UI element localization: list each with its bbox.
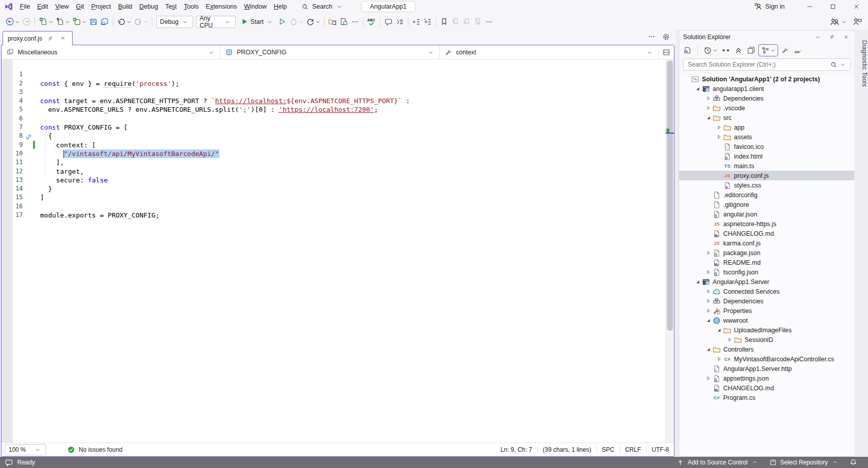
tree-item-main-ts[interactable]: TS main.ts — [679, 161, 855, 171]
expander-open[interactable] — [704, 115, 712, 120]
menu-debug[interactable]: Debug — [136, 2, 162, 12]
tree-item-tsconfig-json[interactable]: {} tsconfig.json — [679, 267, 855, 277]
window-close-button[interactable] — [845, 0, 868, 13]
tree-item-styles-css[interactable]: A styles.css — [679, 180, 855, 190]
caret-position[interactable]: Ln: 9, Ch: 7 — [496, 446, 537, 454]
split-editor-button[interactable] — [659, 45, 674, 59]
expander-open[interactable] — [694, 279, 701, 285]
expander-closed[interactable] — [715, 124, 723, 130]
collapse-all-button[interactable] — [733, 45, 744, 56]
zoom-level-combo[interactable]: 100 % — [5, 444, 46, 455]
tree-item-program-cs[interactable]: C# Program.cs — [679, 393, 855, 402]
tree-item-assets[interactable]: assets — [679, 132, 855, 142]
switch-views-button[interactable] — [682, 45, 693, 56]
format-doc-button[interactable] — [394, 16, 405, 28]
start-debug-button[interactable]: Start — [237, 16, 277, 28]
send-feedback-button[interactable] — [852, 16, 863, 28]
tree-item-changelog-md[interactable]: M CHANGELOG.md — [679, 229, 855, 238]
menu-help[interactable]: Help — [270, 2, 291, 12]
scrollbar-thumb[interactable] — [667, 60, 673, 331]
spell-check-button[interactable]: ABC — [366, 16, 377, 28]
bookmark-button[interactable] — [439, 16, 450, 28]
bookmark-next-button[interactable] — [461, 16, 472, 28]
tree-item-dependencies[interactable]: Dependencies — [679, 296, 855, 306]
scope-view-button[interactable] — [758, 44, 778, 56]
select-repository-button[interactable]: Select Repository — [765, 457, 843, 468]
window-maximize-button[interactable] — [821, 0, 845, 13]
nav-dropdown-0[interactable]: Miscellaneous — [2, 45, 220, 59]
indent-dec-button[interactable] — [411, 16, 422, 28]
tree-item-index-html[interactable]: index.html — [679, 151, 855, 161]
gear-icon[interactable] — [661, 32, 670, 41]
issues-indicator[interactable]: No issues found — [67, 445, 122, 454]
expander-open[interactable] — [715, 327, 723, 333]
expander-closed[interactable] — [704, 96, 712, 101]
menu-test[interactable]: Test — [162, 2, 180, 12]
expander-closed[interactable] — [715, 134, 723, 140]
menu-project[interactable]: Project — [88, 2, 115, 12]
whitespace-mode[interactable]: SPC — [596, 446, 620, 454]
tab-proxy-conf-js[interactable]: proxy.conf.js — [3, 31, 73, 45]
bookmark-prev-button[interactable] — [450, 16, 461, 28]
nav-forward-button[interactable] — [21, 16, 32, 28]
expander-closed[interactable] — [704, 298, 712, 304]
menu-git[interactable]: Git — [73, 2, 88, 12]
solution-explorer-search[interactable] — [683, 58, 851, 71]
save-button[interactable] — [88, 16, 99, 28]
tree-item-connected-services[interactable]: Connected Services — [679, 287, 855, 296]
tree-item-package-json[interactable]: {} package.json — [679, 248, 855, 258]
new-file-button[interactable] — [38, 16, 54, 28]
expander-closed[interactable] — [704, 308, 712, 314]
refresh-button[interactable] — [305, 16, 322, 28]
active-project-badge[interactable]: AngularApp1 — [361, 1, 415, 12]
tree-item-app[interactable]: app — [679, 122, 855, 132]
menu-extensions[interactable]: Extensions — [202, 2, 240, 12]
editor-scrollbar[interactable] — [665, 59, 674, 443]
encoding[interactable]: UTF-8 — [646, 446, 674, 454]
chevron-down-icon[interactable] — [838, 60, 847, 69]
tree-item-aspnetcore-https-js[interactable]: JS aspnetcore-https.js — [679, 219, 855, 229]
tab-diagnostic-tools[interactable]: Diagnostic Tools — [854, 35, 868, 87]
properties-button[interactable] — [780, 45, 791, 56]
run-outline-button[interactable] — [277, 16, 288, 28]
tree-item--gitignore[interactable]: .gitignore — [679, 200, 855, 209]
menu-window[interactable]: Window — [240, 2, 270, 12]
tree-item-angular-json[interactable]: {} angular.json — [679, 209, 855, 219]
tree-item-wwwroot[interactable]: wwwroot — [679, 316, 855, 325]
tree-item-myvintasoftbarcodeapicontroller-cs[interactable]: C# MyVintasoftBarcodeApiController.cs — [679, 354, 855, 364]
sync-with-active-document-button[interactable] — [720, 45, 731, 56]
show-all-files-button[interactable] — [746, 45, 757, 56]
tree-item-karma-conf-js[interactable]: JS karma.conf.js — [679, 238, 855, 248]
window-minimize-button[interactable] — [798, 0, 821, 13]
expander-closed[interactable] — [704, 289, 712, 294]
debug-target-combo[interactable]: Debug — [156, 16, 193, 28]
tree-item-proxy-conf-js[interactable]: JS proxy.conf.js — [679, 171, 855, 180]
save-all-button[interactable] — [99, 16, 110, 28]
expander-closed[interactable] — [704, 376, 712, 381]
menu-file[interactable]: File — [16, 2, 34, 12]
add-to-source-control-button[interactable]: Add to Source Control — [673, 457, 762, 468]
undo-button[interactable] — [116, 16, 133, 28]
search-input[interactable] — [687, 60, 829, 69]
redo-button[interactable] — [133, 16, 149, 28]
tree-item-appsettings-json[interactable]: {} appsettings.json — [679, 373, 855, 383]
tree-item--editorconfig[interactable]: .editorconfig — [679, 190, 855, 200]
expander-open[interactable] — [704, 318, 712, 323]
feedback-bubble-icon[interactable] — [4, 458, 13, 467]
history-filter-button[interactable] — [702, 45, 719, 56]
tree-item-src[interactable]: src — [679, 113, 855, 122]
live-share-button[interactable] — [829, 16, 850, 28]
tree-item-solution-angularapp1-2-of-2-projects-[interactable]: Solution 'AngularApp1' (2 of 2 projects) — [679, 74, 855, 84]
close-icon[interactable] — [58, 34, 68, 43]
tree-item-controllers[interactable]: Controllers — [679, 345, 855, 354]
preview-selected-items-button[interactable] — [792, 45, 803, 56]
more-options-icon[interactable] — [647, 32, 656, 41]
expander-closed[interactable] — [704, 269, 712, 275]
expander-open[interactable] — [694, 86, 701, 91]
close-icon[interactable] — [842, 33, 851, 42]
tree-item-angularapp1-server[interactable]: AngularApp1.Server — [679, 277, 855, 287]
comment-button[interactable] — [383, 16, 394, 28]
menu-build[interactable]: Build — [115, 2, 136, 12]
menu-view[interactable]: View — [52, 2, 73, 12]
tree-item-readme-md[interactable]: M README.md — [679, 258, 855, 267]
